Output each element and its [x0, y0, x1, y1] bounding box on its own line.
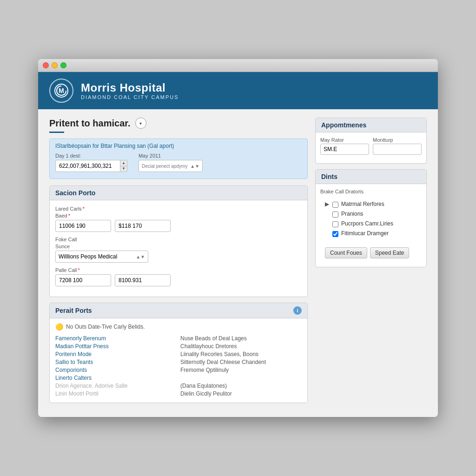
count-foues-button[interactable]: Count Foues	[325, 247, 367, 258]
page-dropdown-button[interactable]: ▾	[135, 118, 146, 129]
perait-ports-title: Perait Ports	[55, 307, 92, 314]
appointments-header: Appomtmenes	[316, 118, 426, 132]
sunce-dropdown-row: Willlions Peops Medical ▲▼	[55, 251, 302, 263]
sidebar-column: Appomtmenes May Rator Montturp	[315, 118, 427, 409]
checkbox-label: Pucrpors Camr.Liries	[341, 220, 393, 227]
page-title: Pritent to hamicar.	[49, 118, 131, 129]
dints-btn-row: Count Foues Speed Eate	[320, 244, 422, 262]
baed-label: Baed	[55, 213, 302, 218]
checkbox-item: Fitimlucar Dramger	[325, 230, 417, 237]
dints-header: Dints	[316, 170, 426, 184]
close-button[interactable]	[43, 62, 49, 68]
link-label[interactable]: Sallio to Teants	[55, 359, 177, 365]
spinner-up[interactable]: ▲	[120, 160, 127, 166]
link-desc: Chalitlayhouc Dretores	[180, 343, 302, 350]
link-label[interactable]: Comporionts	[55, 367, 177, 373]
warning-row: 🟡 No Outs Date-Tive Carly Belids.	[50, 318, 307, 335]
foke-call-label: Foke Call	[55, 237, 302, 242]
day-input[interactable]	[55, 160, 120, 172]
second-input-row	[55, 274, 302, 286]
perait-links-grid: Famenorly BerenumNuse Beads of Deal Lage…	[50, 335, 307, 403]
may-rator-input[interactable]	[320, 144, 369, 155]
day-input-wrapper: ▲ ▼	[55, 160, 127, 172]
day-spinner[interactable]: ▲ ▼	[120, 160, 127, 172]
link-desc: (Dana Equlatones)	[180, 383, 302, 389]
month-field-group: May 2011 Decial penect apdymy ▲▼	[139, 153, 203, 172]
perait-info-icon[interactable]: i	[293, 306, 302, 315]
checkbox-label: Fitimlucar Dramger	[341, 230, 389, 237]
hospital-logo: M	[49, 79, 73, 103]
checkbox-item: ▶Matrmal Rerfores	[325, 201, 417, 208]
day-field-label: Day 1 dest:	[55, 153, 127, 159]
link-label[interactable]: Linerto Calters	[55, 375, 177, 381]
perait-ports-section: Perait Ports i 🟡 No Outs Date-Tive Carly…	[49, 303, 308, 403]
link-label[interactable]: Famenorly Berenum	[55, 335, 177, 342]
perait-ports-header: Perait Ports i	[50, 303, 307, 318]
dints-sublabel: Brake Call Dratorts	[320, 189, 422, 194]
lared-carls-label: Lared Carls	[55, 206, 302, 212]
hospital-sub: Diamond Coal City Campus	[81, 94, 179, 100]
app-header: M Morris Hospital Diamond Coal City Camp…	[38, 72, 438, 109]
info-banner-text: IStarlbéopsain for Bttar Plansing san (G…	[55, 143, 302, 149]
dints-panel: Dints Brake Call Dratorts ▶Matrmal Rerfo…	[315, 169, 427, 267]
month-select[interactable]: Decial penect apdymy ▲▼	[139, 160, 203, 172]
appointments-row: May Rator Montturp	[320, 137, 422, 155]
input-1[interactable]	[55, 220, 111, 232]
sunce-select[interactable]: Willlions Peops Medical ▲▼	[55, 251, 148, 263]
sacion-porto-header: Sacion Porto	[50, 186, 307, 200]
checkbox-label: Matrmal Rerfores	[341, 201, 384, 207]
speed-eate-button[interactable]: Speed Eate	[370, 247, 410, 258]
link-label[interactable]: Poritenn Mode	[55, 351, 177, 357]
montturp-input[interactable]	[373, 144, 422, 155]
sunce-label: Sunce	[55, 244, 302, 249]
warning-text: No Outs Date-Tive Carly Belids.	[66, 324, 145, 330]
svg-text:M: M	[59, 87, 64, 94]
checkbox-input-2[interactable]	[332, 221, 338, 227]
month-select-arrow: ▲▼	[190, 164, 199, 169]
maximize-button[interactable]	[60, 62, 66, 68]
title-bar	[38, 59, 438, 72]
montturp-group: Montturp	[373, 137, 422, 155]
month-field-label: May 2011	[139, 153, 203, 159]
page-title-row: Pritent to hamicar. ▾	[49, 118, 308, 129]
checkbox-input-1[interactable]	[332, 212, 338, 218]
link-label: Drion Agenace. Adorive Salle	[55, 383, 177, 389]
link-desc: Sitternotly Deal Chleese Chandent	[180, 359, 302, 365]
appointments-body: May Rator Montturp	[316, 132, 426, 163]
link-label: Linin Mootrl Portil	[55, 390, 177, 397]
main-window: M Morris Hospital Diamond Coal City Camp…	[38, 59, 438, 417]
sunce-select-arrow: ▲▼	[136, 254, 145, 259]
input-4[interactable]	[115, 274, 171, 286]
main-column: Pritent to hamicar. ▾ IStarlbéopsain for…	[49, 118, 308, 409]
link-desc: Dielin Gicdly Peulitor	[180, 390, 302, 397]
first-input-row	[55, 220, 302, 232]
link-label[interactable]: Madian Potttar Pness	[55, 343, 177, 350]
appointments-panel: Appomtmenes May Rator Montturp	[315, 118, 427, 164]
input-2[interactable]	[115, 220, 171, 232]
checkbox-input-3[interactable]	[332, 231, 338, 237]
sunce-select-value: Willlions Peops Medical	[59, 253, 117, 260]
may-rator-group: May Rator	[320, 137, 369, 155]
may-rator-label: May Rator	[320, 137, 369, 143]
link-desc	[180, 375, 302, 381]
link-desc: Nuse Beads of Deal Lages	[180, 335, 302, 342]
montturp-label: Montturp	[373, 137, 422, 143]
dints-checkbox-list: ▶Matrmal RerforesPranionsPucrpors Camr.L…	[320, 197, 422, 244]
month-select-value: Decial penect apdymy	[142, 164, 187, 169]
dints-body: Brake Call Dratorts ▶Matrmal RerforesPra…	[316, 184, 426, 267]
triangle-button[interactable]: ▶	[325, 201, 330, 205]
info-banner: IStarlbéopsain for Bttar Plansing san (G…	[49, 139, 308, 179]
checkbox-input-0[interactable]	[332, 202, 338, 208]
day-field-group: Day 1 dest: ▲ ▼	[55, 153, 127, 172]
hospital-name: Morris Hospital	[81, 81, 179, 94]
link-desc: Fremome Qptilinuly	[180, 367, 302, 373]
checkbox-item: Pucrpors Camr.Liries	[325, 220, 417, 227]
minimize-button[interactable]	[52, 62, 58, 68]
spinner-down[interactable]: ▼	[120, 166, 127, 172]
hospital-name-block: Morris Hospital Diamond Coal City Campus	[81, 81, 179, 100]
content-area: Pritent to hamicar. ▾ IStarlbéopsain for…	[38, 109, 438, 417]
sacion-porto-section: Sacion Porto Lared Carls Baed Foke Call …	[49, 185, 308, 297]
warning-icon: 🟡	[55, 323, 63, 331]
input-3[interactable]	[55, 274, 111, 286]
sacion-porto-body: Lared Carls Baed Foke Call Sunce Willlio…	[50, 200, 307, 297]
